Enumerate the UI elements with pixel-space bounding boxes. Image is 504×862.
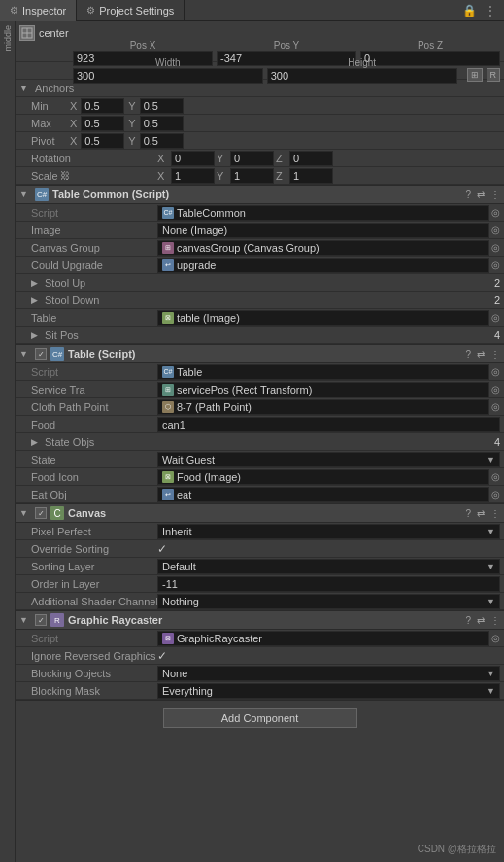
tc-script-value-field[interactable]: C# TableCommon	[157, 205, 489, 221]
min-x-input[interactable]	[81, 98, 124, 114]
canvas-order-in-layer-field[interactable]: -11	[157, 576, 500, 592]
ts-eat-obj-target[interactable]: ◎	[491, 489, 500, 500]
width-input[interactable]	[73, 68, 263, 84]
tc-canvas-group-field[interactable]: ⊞ canvasGroup (Canvas Group)	[157, 240, 489, 256]
inspector-tab-icon: ⚙	[10, 0, 18, 21]
pivot-x-input[interactable]	[81, 133, 124, 149]
gr-blocking-objects-value: None	[162, 668, 487, 679]
canvas-menu[interactable]: ⋮	[490, 508, 500, 519]
tc-image-value-field[interactable]: None (Image)	[157, 223, 489, 238]
min-y-input[interactable]	[140, 98, 184, 114]
ts-script-target[interactable]: ◎	[491, 366, 500, 377]
tc-canvas-group-target[interactable]: ◎	[491, 242, 500, 253]
ts-state-dropdown[interactable]: Wait Guest ▼	[157, 452, 500, 467]
max-x-input[interactable]	[81, 116, 124, 131]
blueprint-btn[interactable]: ⊞	[467, 68, 483, 82]
r-btn[interactable]: R	[487, 68, 501, 82]
canvas-sorting-layer-dropdown[interactable]: Default ▼	[157, 559, 500, 574]
height-input[interactable]	[267, 68, 457, 84]
rotation-x-input[interactable]	[171, 151, 215, 166]
table-script-checkbox[interactable]: ✓	[35, 348, 47, 360]
tc-could-upgrade-target[interactable]: ◎	[491, 259, 500, 270]
table-script-menu[interactable]: ⋮	[490, 349, 500, 360]
graphic-raycaster-title: Graphic Raycaster	[68, 614, 461, 626]
gr-blocking-objects-arrow: ▼	[487, 669, 495, 678]
table-common-menu[interactable]: ⋮	[490, 190, 500, 200]
graphic-raycaster-settings[interactable]: ⇄	[477, 615, 485, 626]
table-common-help[interactable]: ?	[465, 190, 471, 200]
table-common-section-header[interactable]: ▼ C# Table Common (Script) ? ⇄ ⋮	[16, 185, 504, 204]
ts-food-value: can1	[162, 419, 185, 431]
ts-food-icon-field[interactable]: ⊠ Food (Image)	[157, 469, 489, 485]
gr-script-field[interactable]: ⊠ GraphicRaycaster	[157, 631, 489, 646]
tc-could-upgrade-field[interactable]: ↩ upgrade	[157, 258, 489, 273]
table-common-settings[interactable]: ⇄	[477, 190, 485, 200]
min-label: Min	[31, 100, 70, 112]
add-component-button[interactable]: Add Component	[163, 708, 357, 728]
ts-script-field[interactable]: C# Table	[157, 364, 489, 380]
graphic-raycaster-section-header[interactable]: ▼ ✓ R Graphic Raycaster ? ⇄ ⋮	[16, 610, 504, 630]
gr-blocking-objects-dropdown[interactable]: None ▼	[157, 666, 500, 681]
table-script-title: Table (Script)	[68, 348, 461, 360]
graphic-raycaster-menu[interactable]: ⋮	[490, 615, 500, 626]
table-script-section-header[interactable]: ▼ ✓ C# Table (Script) ? ⇄ ⋮	[16, 344, 504, 363]
gr-blocking-mask-dropdown[interactable]: Everything ▼	[157, 683, 500, 699]
rotation-y-input[interactable]	[230, 151, 274, 166]
tc-table-field[interactable]: ⊠ table (Image)	[157, 310, 489, 326]
tc-script-target[interactable]: ◎	[491, 207, 500, 218]
tc-table-value: table (Image)	[177, 312, 240, 324]
tc-canvas-group-row: Canvas Group ⊞ canvasGroup (Canvas Group…	[16, 239, 504, 257]
menu-icon[interactable]: ⋮	[483, 2, 498, 19]
table-script-settings[interactable]: ⇄	[477, 349, 485, 360]
ts-food-icon-target[interactable]: ◎	[491, 471, 500, 482]
ts-service-tra-field[interactable]: ⊞ servicePos (Rect Transform)	[157, 382, 489, 397]
max-label: Max	[31, 118, 70, 129]
scale-y-input[interactable]	[230, 168, 274, 184]
gr-blocking-objects-row: Blocking Objects None ▼	[16, 665, 504, 682]
scale-x-input[interactable]	[171, 168, 215, 184]
graphic-raycaster-checkbox[interactable]: ✓	[35, 614, 47, 626]
graphic-raycaster-help[interactable]: ?	[465, 615, 471, 626]
tc-table-target[interactable]: ◎	[491, 312, 500, 323]
gr-script-icon: ⊠	[162, 633, 174, 644]
rect-icon: ⊞	[162, 384, 174, 396]
ts-cloth-path-value: 8-7 (Path Point)	[177, 401, 252, 413]
scale-z-input[interactable]	[289, 168, 333, 184]
canvas-override-sorting-checkmark[interactable]: ✓	[157, 542, 167, 556]
object-icon	[19, 25, 35, 41]
ts-food-icon-value: Food (Image)	[177, 471, 241, 483]
ts-service-tra-target[interactable]: ◎	[491, 384, 500, 395]
canvas-help[interactable]: ?	[465, 508, 471, 519]
ts-cloth-path-field[interactable]: ⬡ 8-7 (Path Point)	[157, 399, 489, 415]
gr-ignore-reversed-row: Ignore Reversed Graphics ✓	[16, 647, 504, 665]
pivot-y-input[interactable]	[140, 133, 184, 149]
canvas-shader-channels-dropdown[interactable]: Nothing ▼	[157, 594, 500, 609]
inspector-tab[interactable]: ⚙ Inspector	[0, 0, 77, 21]
rotation-z-input[interactable]	[289, 151, 333, 166]
tc-image-row: Image None (Image) ◎	[16, 222, 504, 239]
anchors-max-row: Max X Y	[16, 115, 504, 132]
project-settings-tab[interactable]: ⚙ Project Settings	[77, 0, 185, 21]
ts-eat-obj-field[interactable]: ↩ eat	[157, 487, 489, 502]
ts-food-field[interactable]: can1	[157, 417, 500, 432]
ts-script-value: Table	[177, 366, 202, 378]
max-y-input[interactable]	[140, 116, 184, 131]
canvas-section-header[interactable]: ▼ ✓ C Canvas ? ⇄ ⋮	[16, 503, 504, 523]
tc-image-target[interactable]: ◎	[491, 224, 500, 235]
raycaster-icon: R	[50, 613, 64, 627]
table-common-script-row: Script C# TableCommon ◎	[16, 204, 504, 222]
table-script-help[interactable]: ?	[465, 349, 471, 360]
tc-table-label: Table	[31, 312, 157, 324]
canvas-pixel-perfect-dropdown[interactable]: Inherit ▼	[157, 524, 500, 539]
anchors-label: Anchors	[35, 83, 74, 94]
pos-y-label: Pos Y	[217, 40, 356, 51]
ts-eat-obj-label: Eat Obj	[31, 489, 157, 500]
table-image-icon: ⊠	[162, 312, 174, 324]
ts-cloth-path-target[interactable]: ◎	[491, 401, 500, 412]
gr-script-target[interactable]: ◎	[491, 633, 500, 643]
canvas-checkbox[interactable]: ✓	[35, 507, 47, 519]
canvas-sorting-layer-label: Sorting Layer	[31, 561, 157, 572]
gr-ignore-reversed-checkmark[interactable]: ✓	[157, 649, 167, 663]
lock-icon[interactable]: 🔒	[460, 2, 479, 19]
canvas-settings[interactable]: ⇄	[477, 508, 485, 519]
